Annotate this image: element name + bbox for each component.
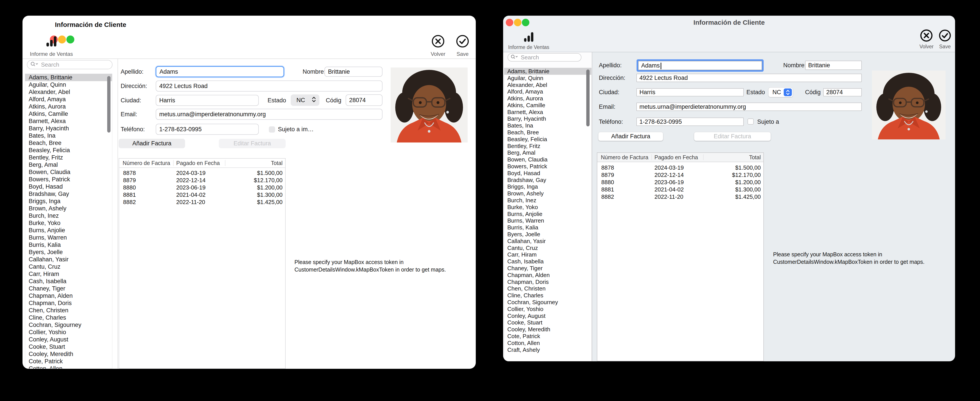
customer-list-item[interactable]: Adams, Brittanie — [25, 74, 112, 81]
customer-list-item[interactable]: Cochran, Sigourney — [25, 321, 112, 329]
customer-list-item[interactable]: Cantu, Cruz — [25, 263, 112, 271]
customer-list-item[interactable]: Berg, Amal — [504, 150, 591, 156]
customer-list-item[interactable]: Byers, Joelle — [504, 231, 591, 238]
customer-list-item[interactable]: Aguilar, Quinn — [504, 75, 591, 82]
customer-list-item[interactable]: Conley, August — [504, 313, 591, 319]
customer-list-item[interactable]: Chaney, Tiger — [25, 285, 112, 292]
customer-list-item[interactable]: Burke, Yoko — [504, 204, 591, 211]
customer-list-item[interactable]: Cooke, Stuart — [504, 319, 591, 326]
invoice-row[interactable]: 8879 2022-12-14 $12.170,00 — [119, 177, 285, 184]
customer-list-item[interactable]: Cotton, Allen — [504, 340, 591, 347]
customer-list-item[interactable]: Brown, Ashely — [25, 205, 112, 212]
address-field[interactable] — [636, 74, 862, 82]
customer-list-item[interactable]: Bates, Ina — [25, 132, 112, 139]
customer-list-item[interactable]: Bentley, Fritz — [504, 143, 591, 150]
invoice-row[interactable]: 8882 2022-11-20 $1.425,00 — [597, 193, 764, 200]
customer-list-item[interactable]: Cooke, Stuart — [25, 343, 112, 350]
customer-list-item[interactable]: Bowers, Patrick — [25, 176, 112, 183]
customer-list-scrollbar[interactable] — [107, 76, 110, 132]
state-popup[interactable]: NC — [768, 88, 793, 97]
back-icon[interactable] — [920, 29, 933, 43]
customer-list-item[interactable]: Barry, Hyacinth — [504, 116, 591, 123]
invoice-row[interactable]: 8881 2021-04-02 $1.300,00 — [119, 191, 285, 199]
phone-field[interactable] — [636, 118, 744, 126]
customer-list-item[interactable]: Beach, Bree — [504, 129, 591, 136]
invoice-row[interactable]: 8878 2024-03-19 $1.500,00 — [597, 164, 764, 171]
paid-date-column-header[interactable]: Pagado en Fecha — [173, 160, 226, 166]
customer-list-item[interactable]: Adams, Brittanie — [504, 68, 591, 75]
last-name-field[interactable]: Adams — [638, 61, 762, 70]
sales-report-icon[interactable] — [45, 34, 58, 49]
customer-list-item[interactable]: Cote, Patrick — [25, 358, 112, 365]
save-icon[interactable] — [456, 34, 469, 49]
customer-list-item[interactable]: Beasley, Felicia — [504, 136, 591, 143]
customer-list-item[interactable]: Bowen, Claudia — [504, 156, 591, 163]
customer-list-item[interactable]: Briggs, Inga — [25, 197, 112, 205]
customer-list-item[interactable]: Barry, Hyacinth — [25, 125, 112, 132]
customer-list-item[interactable]: Chaney, Tiger — [504, 265, 591, 272]
customer-list-item[interactable]: Boyd, Hasad — [504, 170, 591, 177]
last-name-field[interactable] — [156, 66, 284, 77]
invoice-row[interactable]: 8881 2021-04-02 $1.300,00 — [597, 186, 764, 193]
customer-list-item[interactable]: Briggs, Inga — [504, 183, 591, 190]
zip-field[interactable] — [346, 94, 382, 106]
save-label[interactable]: Save — [449, 51, 476, 57]
customer-list-item[interactable]: Brown, Ashely — [504, 190, 591, 197]
customer-list-item[interactable]: Chapman, Doris — [504, 278, 591, 285]
address-field[interactable] — [156, 81, 382, 92]
customer-list-item[interactable]: Conley, August — [25, 336, 112, 343]
customer-list-item[interactable]: Carr, Hiram — [25, 271, 112, 278]
customer-list-item[interactable]: Alford, Amaya — [504, 88, 591, 95]
search-field[interactable] — [27, 60, 113, 69]
customer-list-item[interactable]: Burch, Inez — [25, 212, 112, 220]
customer-list-item[interactable]: Chapman, Alden — [504, 272, 591, 278]
phone-field[interactable] — [156, 124, 259, 135]
sales-report-label[interactable]: Informe de Ventas — [26, 51, 77, 57]
invoice-row[interactable]: 8882 2022-11-20 $1.425,00 — [119, 199, 285, 206]
customer-list-scrollbar[interactable] — [586, 70, 590, 126]
customer-list-item[interactable]: Bentley, Fritz — [25, 154, 112, 161]
customer-list-item[interactable]: Byers, Joelle — [25, 248, 112, 256]
search-input[interactable] — [520, 54, 581, 61]
customer-list-item[interactable]: Beach, Bree — [25, 139, 112, 147]
state-stepper[interactable]: NC — [291, 94, 320, 106]
customer-list-item[interactable]: Cochran, Sigourney — [504, 299, 591, 306]
paid-date-column-header[interactable]: Pagado en Fecha — [652, 154, 704, 160]
customer-list-item[interactable]: Chapman, Alden — [25, 292, 112, 299]
search-field[interactable] — [508, 53, 581, 62]
search-input[interactable] — [41, 61, 112, 68]
invoice-row[interactable]: 8880 2023-06-19 $1.200,00 — [119, 184, 285, 191]
customer-list-item[interactable]: Bradshaw, Gay — [504, 177, 591, 183]
customer-list-item[interactable]: Bowers, Patrick — [504, 163, 591, 170]
customer-list-item[interactable]: Burris, Kalia — [504, 224, 591, 231]
edit-invoice-button[interactable]: Editar Factura — [694, 132, 771, 141]
customer-list-item[interactable]: Alexander, Abel — [504, 82, 591, 88]
save-label[interactable]: Save — [933, 44, 955, 49]
save-icon[interactable] — [939, 29, 951, 43]
customer-list-item[interactable]: Chen, Christen — [504, 285, 591, 292]
customer-list-item[interactable]: Bradshaw, Gay — [25, 190, 112, 197]
customer-list-item[interactable]: Atkins, Aurora — [25, 103, 112, 110]
customer-list-item[interactable]: Cash, Isabella — [504, 258, 591, 265]
customer-list-item[interactable]: Burris, Kalia — [25, 241, 112, 248]
customer-list-item[interactable]: Burns, Warren — [25, 234, 112, 241]
invoice-row[interactable]: 8880 2023-06-19 $1.200,00 — [597, 179, 764, 186]
customer-list-item[interactable]: Cline, Charles — [504, 292, 591, 299]
customer-list-item[interactable]: Cline, Charles — [25, 314, 112, 321]
customer-list-item[interactable]: Burns, Warren — [504, 218, 591, 224]
customer-list-item[interactable]: Barnett, Alexa — [504, 109, 591, 116]
customer-list-item[interactable]: Burns, Anjolie — [504, 211, 591, 218]
total-column-header[interactable]: Total — [226, 160, 285, 166]
email-field[interactable] — [636, 103, 862, 111]
customer-list-item[interactable]: Atkins, Camille — [25, 110, 112, 118]
invoice-table[interactable]: Número de Factura Pagado en Fecha Total … — [119, 158, 286, 369]
customer-list-item[interactable]: Chen, Christen — [25, 307, 112, 314]
add-invoice-button[interactable]: Añadir Factura — [598, 132, 663, 141]
customer-list-item[interactable]: Burns, Anjolie — [25, 227, 112, 234]
zip-field[interactable] — [823, 88, 862, 96]
invoice-number-column-header[interactable]: Número de Factura — [597, 154, 652, 160]
customer-list-item[interactable]: Chapman, Doris — [25, 299, 112, 307]
customer-list-item[interactable]: Cooley, Meredith — [504, 326, 591, 333]
customer-list-item[interactable]: Alford, Amaya — [25, 96, 112, 103]
back-icon[interactable] — [431, 34, 445, 49]
